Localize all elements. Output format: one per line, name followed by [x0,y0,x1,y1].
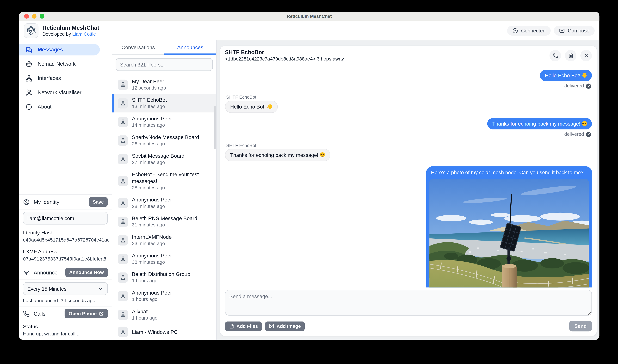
peer-list-item[interactable]: Anonymous Peer 14 minutes ago [112,112,216,131]
screen: Reticulum MeshChat [0,0,618,364]
tab-conversations[interactable]: Conversations [112,40,164,55]
peer-list-item[interactable]: Anonymous Peer 28 minutes ago [112,194,216,212]
peer-search-input[interactable] [116,58,213,71]
peer-list-item[interactable]: Liam - Windows PC [112,324,216,340]
close-conversation-button[interactable] [580,50,592,61]
peer-time: 38 minutes ago [132,259,172,265]
sidebar-item-interfaces[interactable]: Interfaces [19,73,100,84]
outgoing-message: Thanks for echoing back my message! [225,118,592,130]
peer-time: 13 minutes ago [132,103,167,110]
delete-conversation-button[interactable] [565,50,577,61]
person-icon [119,100,126,106]
peer-list-item[interactable]: SherbyNode Message Board 26 minutes ago [112,131,216,150]
person-icon [119,137,126,144]
nav-item-label: Network Visualiser [38,90,81,96]
sidebar-item-nomad-network[interactable]: Nomad Network [19,58,100,70]
app-header: Reticulum MeshChat Developed by Liam Cot… [19,21,599,40]
peer-list-item[interactable]: Anonymous Peer 1 hours ago [112,287,216,305]
peer-list-item[interactable]: SHTF EchoBot 13 minutes ago [112,94,216,113]
peer-name: Sovbit Message Board [132,153,184,159]
last-announced-text: Last announced: 34 seconds ago [19,297,112,306]
chat-bubbles-icon [25,46,32,53]
peer-avatar [118,310,128,320]
minimize-window-button[interactable] [32,14,37,18]
peer-list-scrollbar[interactable] [214,106,216,149]
chat-card: SHTF EchoBot <1dbc2281c4223c7a479de8cd8a… [220,46,597,336]
save-button[interactable]: Save [89,197,108,207]
peer-list-item[interactable]: EchoBot - Send me your test messages! 28… [112,168,216,194]
peer-name: EchoBot - Send me your test messages! [132,171,212,185]
open-phone-button[interactable]: Open Phone [65,309,108,318]
send-button[interactable]: Send [569,321,592,331]
person-icon [119,218,126,225]
wave-emoji [581,73,587,78]
close-window-button[interactable] [24,14,29,18]
wifi-icon [23,269,30,276]
compose-button[interactable]: Compose [554,26,595,35]
peer-avatar [118,98,128,108]
peer-time: 12 seconds ago [132,85,166,91]
peer-avatar [118,235,128,245]
identity-hash-label: Identity Hash [23,229,108,236]
info-icon [25,103,32,110]
peer-list-item[interactable]: Beleth RNS Message Board 31 minutes ago [112,212,216,231]
peer-time: 1 hours ago [132,278,190,284]
nav-item-label: Interfaces [38,75,61,81]
sender-label: SHTF EchoBot [226,143,592,148]
peer-list-item[interactable]: Sovbit Message Board 27 minutes ago [112,150,216,168]
peer-list-item[interactable]: InternLXMFNode 33 minutes ago [112,231,216,249]
person-icon [119,237,126,244]
call-peer-button[interactable] [550,50,561,61]
delivered-check-icon [586,83,591,89]
message-bubble[interactable]: Hello Echo Bot! [540,70,592,81]
peer-name: Alixpat [132,308,158,315]
peer-avatar [118,154,128,164]
calls-section-header: Calls Open Phone [19,306,112,321]
sidebar: Messages Nomad Network Interfaces Networ… [19,40,112,340]
message-list: Hello Echo Bot! delivered SHTF EchoBot H… [220,65,597,287]
peer-list-item[interactable]: Beleth Distribution Group 1 hours ago [112,268,216,287]
nav-item-label: Messages [38,47,63,53]
delivery-status-row: delivered [225,83,591,89]
peer-time: 1 hours ago [132,315,158,321]
message-bubble[interactable]: Thanks for echoing back my message! [225,149,330,161]
person-icon [119,293,126,299]
sunglasses-emoji [319,152,325,157]
check-circle-icon [512,27,518,34]
peer-name: My Dear Peer [132,78,166,85]
photo-image[interactable] [429,179,589,287]
peer-list-item[interactable]: My Dear Peer 12 seconds ago [112,75,216,94]
status-label: Status [23,323,108,330]
add-files-button[interactable]: Add Files [225,321,262,331]
photo-message-bubble[interactable]: Here's a photo of my solar mesh node. Ca… [426,166,592,287]
incoming-message: Hello Echo Bot! [225,101,592,113]
tab-announces[interactable]: Announces [164,40,216,55]
peer-name: SHTF EchoBot [132,97,167,103]
developer-link[interactable]: Liam Cottle [72,31,96,37]
display-name-input[interactable] [23,212,108,224]
trash-icon [568,53,573,58]
message-input[interactable] [225,290,592,316]
sidebar-item-about[interactable]: About [19,101,100,112]
phone-icon [23,310,30,317]
developed-by: Developed by Liam Cottle [42,31,99,37]
peer-list-item[interactable]: Alixpat 1 hours ago [112,305,216,324]
peer-list-item[interactable]: Anonymous Peer 38 minutes ago [112,249,216,268]
message-bubble[interactable]: Hello Echo Bot! [225,101,278,113]
announce-interval-select[interactable]: Every 15 Minutes [23,282,108,295]
message-text: Thanks for echoing back my message! [230,152,325,158]
person-icon [119,328,126,335]
sidebar-item-network-visualiser[interactable]: Network Visualiser [19,87,100,98]
sunglasses-emoji [581,121,587,126]
add-image-button[interactable]: Add Image [265,321,305,331]
chat-peer-address: <1dbc2281c4223c7a479de8cd8a988ae4> 3 hop… [225,56,344,62]
announce-now-button[interactable]: Announce Now [65,268,108,277]
message-text: Thanks for echoing back my message! [492,121,587,127]
sidebar-item-messages[interactable]: Messages [19,44,100,55]
app-title: Reticulum MeshChat [42,24,99,31]
zoom-window-button[interactable] [39,14,44,18]
peer-avatar [118,79,128,90]
message-bubble[interactable]: Thanks for echoing back my message! [487,118,592,130]
delivery-status: delivered [564,131,584,137]
connected-status-button[interactable]: Connected [507,26,551,35]
